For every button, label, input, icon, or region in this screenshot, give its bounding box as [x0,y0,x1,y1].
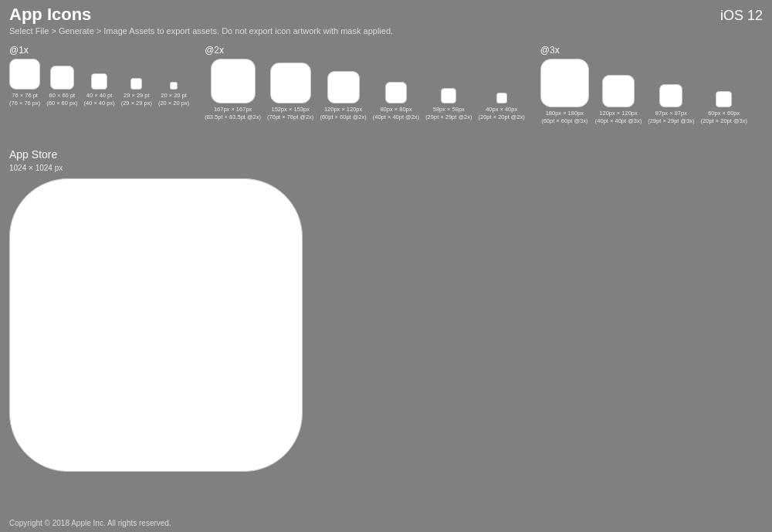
icons-row-3x: 180px × 180px (60pt × 60pt @3x)120px × 1… [540,59,747,125]
icon-item: 60 × 60 pt (60 × 60 px) [46,66,77,107]
icon-box [540,59,589,107]
icon-box [441,88,456,103]
icon-box [170,82,178,90]
header: App Icons Select File > Generate > Image… [9,5,393,36]
icon-box [130,78,142,90]
icons-row-1x: 76 × 76 pt (76 × 76 px)60 × 60 pt (60 × … [9,59,189,107]
icon-label: 20 × 20 pt (20 × 20 px) [158,92,189,107]
icon-label: 29 × 29 pt (29 × 29 px) [121,92,152,107]
icon-box [716,91,732,107]
icon-item: 152px × 153px (76pt × 76pt @2x) [267,63,313,121]
scale-label-1x: @1x [9,45,189,56]
icon-label: 60 × 60 pt (60 × 60 px) [46,92,77,107]
icon-box [91,73,107,90]
icon-label: 80px × 80px (40pt × 40pt @2x) [373,106,419,121]
icon-box [602,75,635,107]
icon-item: 80px × 80px (40pt × 40pt @2x) [373,82,419,121]
icon-box [270,63,311,103]
icon-item: 58px × 58px (29pt × 29pt @2x) [425,88,472,121]
icon-box [50,66,74,90]
icons-section: @1x76 × 76 pt (76 × 76 px)60 × 60 pt (60… [9,45,763,125]
icons-row-2x: 167px × 167px (83.5pt × 83.5pt @2x)152px… [205,59,525,121]
icon-item: 29 × 29 pt (29 × 29 px) [121,78,152,107]
scale-label-3x: @3x [540,45,747,56]
icon-label: 76 × 76 pt (76 × 76 px) [9,92,40,107]
icon-label: 40 × 40 pt (40 × 40 px) [83,92,114,107]
icon-label: 40px × 40px (20pt × 20pt @2x) [478,106,524,121]
icon-item: 180px × 180px (60pt × 60pt @3x) [540,59,589,125]
icon-item: 40px × 40px (20pt × 20pt @2x) [478,93,524,121]
scale-group-3x: @3x180px × 180px (60pt × 60pt @3x)120px … [540,45,747,125]
icon-item: 76 × 76 pt (76 × 76 px) [9,59,40,107]
icon-label: 87px × 87px (29pt × 29pt @3x) [648,110,694,125]
icon-box [496,93,507,103]
icon-label: 58px × 58px (29pt × 29pt @2x) [425,106,472,121]
all-scales: @1x76 × 76 pt (76 × 76 px)60 × 60 pt (60… [9,45,763,125]
icon-item: 120px × 120px (40pt × 40pt @3x) [595,75,642,125]
icon-item: 87px × 87px (29pt × 29pt @3x) [648,84,694,125]
icon-item: 120px × 120px (60pt × 60pt @2x) [320,71,366,121]
header-subtitle: Select File > Generate > Image Assets to… [9,26,393,36]
app-store-icon [9,178,303,472]
ios-version-label: iOS 12 [720,8,763,24]
icon-label: 120px × 120px (60pt × 60pt @2x) [320,106,366,121]
icon-item: 60px × 60px (20pt × 20pt @3x) [701,91,747,125]
icon-box [659,84,682,107]
icon-item: 20 × 20 pt (20 × 20 px) [158,82,189,107]
icon-item: 167px × 167px (83.5pt × 83.5pt @2x) [205,59,261,121]
app-store-section: App Store 1024 × 1024 px [9,148,303,472]
page-title: App Icons [9,5,393,25]
app-store-title: App Store [9,148,303,161]
icon-box [211,59,256,103]
icon-label: 120px × 120px (40pt × 40pt @3x) [595,110,642,125]
icon-item: 40 × 40 pt (40 × 40 px) [83,73,114,107]
icon-label: 60px × 60px (20pt × 20pt @3x) [701,110,747,125]
icon-box [327,71,360,103]
scale-group-1x: @1x76 × 76 pt (76 × 76 px)60 × 60 pt (60… [9,45,189,107]
icon-label: 152px × 153px (76pt × 76pt @2x) [267,106,313,121]
app-store-size: 1024 × 1024 px [9,164,303,172]
footer-text: Copyright © 2018 Apple Inc. All rights r… [9,519,171,527]
scale-group-2x: @2x167px × 167px (83.5pt × 83.5pt @2x)15… [205,45,525,121]
icon-label: 167px × 167px (83.5pt × 83.5pt @2x) [205,106,261,121]
icon-box [385,82,407,103]
footer: Copyright © 2018 Apple Inc. All rights r… [9,519,171,527]
icon-box [9,59,40,90]
scale-label-2x: @2x [205,45,525,56]
icon-label: 180px × 180px (60pt × 60pt @3x) [541,110,587,125]
